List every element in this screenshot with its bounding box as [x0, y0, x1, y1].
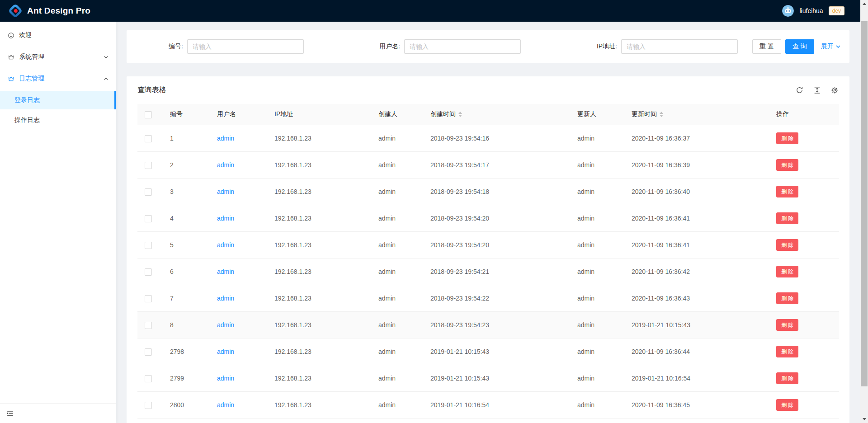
header-user-area[interactable]: liufeihua dev [782, 5, 844, 17]
username-link[interactable]: admin [217, 375, 234, 382]
scrollbar-up-arrow[interactable] [860, 0, 868, 8]
delete-button[interactable]: 删 除 [776, 319, 798, 331]
delete-button[interactable]: 删 除 [776, 132, 798, 144]
username-link[interactable]: admin [217, 321, 234, 329]
sidebar-item-operation-log[interactable]: 操作日志 [0, 111, 116, 129]
cell-created-at: 2018-09-23 19:54:23 [423, 312, 570, 338]
select-all-checkbox[interactable] [145, 111, 152, 118]
reset-button[interactable]: 重 置 [752, 39, 781, 54]
delete-button[interactable]: 删 除 [776, 239, 798, 251]
column-header-updated-at[interactable]: 更新时间 [624, 104, 769, 125]
cell-updated-at: 2020-11-09 16:36:43 [624, 285, 769, 312]
row-checkbox[interactable] [145, 242, 152, 249]
row-checkbox[interactable] [145, 162, 152, 169]
row-checkbox[interactable] [145, 188, 152, 196]
table-cell: admin [210, 338, 267, 365]
cell-created-at: 2018-09-23 19:54:18 [423, 179, 570, 205]
table-cell: admin [210, 392, 267, 418]
expand-link[interactable]: 展开 [821, 42, 841, 51]
refresh-icon[interactable] [796, 86, 803, 94]
ip-input[interactable] [621, 39, 738, 54]
cell-updater: admin [570, 125, 624, 152]
username-link[interactable]: admin [217, 215, 234, 222]
table-row: 2799admin192.168.1.23admin2019-01-21 10:… [137, 365, 839, 392]
sidebar-item-login-log[interactable]: 登录日志 [0, 91, 116, 109]
row-checkbox[interactable] [145, 268, 152, 276]
cell-ip: 192.168.1.23 [267, 205, 371, 232]
table-body: 1admin192.168.1.23admin2018-09-23 19:54:… [137, 125, 839, 423]
data-table: 编号 用户名 IP地址 创建人 创建时间 更新人 更新时间 操作 1 [137, 104, 839, 423]
table-row: 6admin192.168.1.23admin2018-09-23 19:54:… [137, 258, 839, 285]
settings-gear-icon[interactable] [831, 86, 839, 94]
table-cell: admin [210, 125, 267, 152]
delete-button[interactable]: 删 除 [776, 346, 798, 357]
row-checkbox[interactable] [145, 375, 152, 382]
cell-creator: admin [371, 338, 423, 365]
row-checkbox[interactable] [145, 215, 152, 222]
username-link[interactable]: admin [217, 135, 234, 142]
scrollbar-thumb[interactable] [861, 21, 868, 386]
column-height-icon[interactable] [813, 86, 821, 94]
cell-id: 2801 [163, 418, 210, 423]
search-field-ip: IP地址: [571, 39, 752, 54]
table-cell: 删 除 [769, 125, 839, 152]
sidebar: 欢迎 系统管理 日志管理 登录日志 [0, 22, 116, 423]
column-header-id: 编号 [163, 104, 210, 125]
search-actions: 重 置 查 询 展开 [752, 39, 841, 54]
delete-button[interactable]: 删 除 [776, 292, 798, 304]
username-link[interactable]: admin [217, 161, 234, 169]
table-cell: admin [210, 152, 267, 179]
username-link[interactable]: admin [217, 348, 234, 355]
delete-button[interactable]: 删 除 [776, 159, 798, 171]
username-link[interactable]: admin [217, 268, 234, 275]
table-cell [137, 365, 163, 392]
user-avatar[interactable] [782, 5, 794, 17]
cell-created-at: 2019-01-21 10:16:54 [423, 418, 570, 423]
cell-updater: admin [570, 232, 624, 258]
row-checkbox[interactable] [145, 322, 152, 329]
app-logo-icon [8, 4, 23, 18]
delete-button[interactable]: 删 除 [776, 372, 798, 384]
row-checkbox[interactable] [145, 402, 152, 409]
row-checkbox[interactable] [145, 348, 152, 356]
username-link[interactable]: admin [217, 401, 234, 409]
table-cell: admin [210, 179, 267, 205]
cell-creator: admin [371, 232, 423, 258]
username-link[interactable]: admin [217, 188, 234, 195]
env-badge: dev [829, 6, 844, 15]
delete-button[interactable]: 删 除 [776, 399, 798, 411]
app-title: Ant Design Pro [27, 6, 90, 16]
table-row: 3admin192.168.1.23admin2018-09-23 19:54:… [137, 179, 839, 205]
delete-button[interactable]: 删 除 [776, 212, 798, 224]
sort-caret-icon[interactable] [458, 112, 462, 117]
sidebar-item-system-management[interactable]: 系统管理 [0, 48, 116, 66]
sidebar-item-log-management[interactable]: 日志管理 [0, 70, 116, 88]
search-field-username: 用户名: [354, 39, 535, 54]
table-cell: admin [210, 365, 267, 392]
cell-updated-at: 2020-11-09 16:36:45 [624, 392, 769, 418]
cell-id: 8 [163, 312, 210, 338]
vertical-scrollbar[interactable] [860, 0, 868, 423]
chevron-down-icon [104, 55, 108, 60]
delete-button[interactable]: 删 除 [776, 266, 798, 277]
username-link[interactable]: admin [217, 295, 234, 302]
cell-ip: 192.168.1.23 [267, 312, 371, 338]
query-button[interactable]: 查 询 [785, 39, 814, 54]
row-checkbox[interactable] [145, 135, 152, 142]
id-input[interactable] [187, 39, 304, 54]
menu-collapse-button[interactable] [6, 409, 14, 418]
chevron-down-icon [835, 44, 841, 49]
delete-button[interactable]: 删 除 [776, 186, 798, 197]
table-row: 2801admin192.168.1.23admin2019-01-21 10:… [137, 418, 839, 423]
cell-creator: admin [371, 285, 423, 312]
sort-caret-icon[interactable] [660, 112, 663, 117]
scrollbar-down-arrow[interactable] [860, 415, 868, 423]
cell-id: 2798 [163, 338, 210, 365]
cell-id: 6 [163, 258, 210, 285]
table-cell: 删 除 [769, 365, 839, 392]
sidebar-item-welcome[interactable]: 欢迎 [0, 26, 116, 44]
row-checkbox[interactable] [145, 295, 152, 302]
column-header-created-at[interactable]: 创建时间 [423, 104, 570, 125]
username-input[interactable] [404, 39, 521, 54]
username-link[interactable]: admin [217, 241, 234, 249]
